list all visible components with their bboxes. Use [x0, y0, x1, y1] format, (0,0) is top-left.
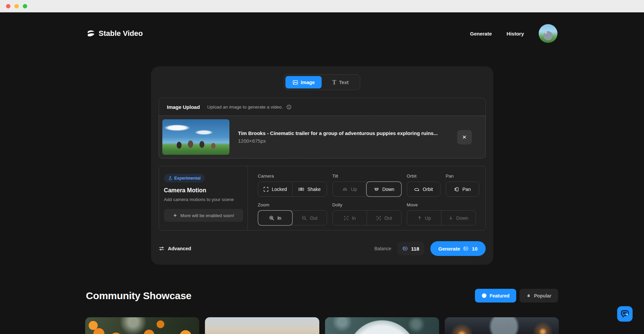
camera-dolly-in-button[interactable]: In — [333, 211, 367, 225]
pan-icon — [454, 187, 460, 192]
camera-group-dolly: DollyInOut — [332, 202, 401, 225]
camera-zoom-out-button[interactable]: Out — [292, 211, 327, 225]
camera-button-label: Locked — [272, 187, 287, 192]
showcase-header: Community Showcase FeaturedPopular — [86, 289, 558, 303]
camera-camera-shake-button[interactable]: Shake — [292, 182, 327, 196]
zoom-window-button[interactable] — [23, 4, 27, 8]
camera-button-label: In — [277, 215, 281, 221]
camera-orbit-orbit-button[interactable]: Orbit — [407, 182, 440, 196]
more-enabled-soon-button[interactable]: More will be enabled soon! — [164, 209, 243, 222]
text-serif-icon: T — [332, 79, 336, 85]
image-icon — [292, 80, 298, 85]
dolly-in-icon — [343, 215, 349, 221]
showcase-card-elephant[interactable] — [205, 317, 319, 334]
tab-image[interactable]: Image — [285, 76, 322, 88]
experimental-badge: Experimental — [164, 174, 205, 183]
generation-panel: ImageTText Image Upload Upload an image … — [151, 66, 493, 265]
filter-label: Featured — [490, 293, 509, 298]
camera-motion-info: Experimental Camera Motion Add camera mo… — [159, 166, 248, 230]
upload-dropzone[interactable]: Tim Brooks - Cinematic trailer for a gro… — [159, 116, 486, 158]
camera-group-label: Pan — [446, 174, 479, 179]
camera-group-orbit: OrbitOrbit — [407, 174, 440, 197]
camera-group-zoom: ZoomInOut — [258, 202, 327, 225]
camera-move-up-button[interactable]: Up — [407, 211, 441, 225]
user-avatar[interactable] — [539, 24, 557, 43]
nav-generate[interactable]: Generate — [470, 31, 492, 37]
arrow-up-icon — [417, 215, 422, 220]
flask-icon — [168, 176, 172, 181]
camera-button-label: In — [352, 215, 356, 221]
camera-motion-title: Camera Motion — [164, 187, 243, 194]
camera-control-row: CameraLockedShakeTiltUpDownOrbitOrbitPan… — [258, 174, 479, 197]
brand-name: Stable Video — [99, 29, 143, 38]
camera-button-label: Out — [310, 215, 318, 221]
camera-tilt-down-button[interactable]: Down — [367, 182, 401, 196]
camera-motion-controls: CameraLockedShakeTiltUpDownOrbitOrbitPan… — [248, 166, 489, 230]
generate-button[interactable]: Generate 10 — [430, 241, 486, 256]
camera-group-label: Dolly — [332, 202, 401, 207]
balance-label: Balance — [374, 246, 391, 251]
camera-button-label: Down — [456, 215, 468, 221]
camera-move-down-button[interactable]: Down — [441, 211, 476, 225]
camera-button-group: UpDown — [407, 210, 476, 225]
camera-button-label: Up — [425, 215, 431, 221]
flame-icon — [526, 293, 531, 298]
arrow-down-icon — [448, 215, 453, 220]
minimize-window-button[interactable] — [14, 4, 19, 8]
zoom-in-icon — [269, 215, 274, 221]
camera-pan-pan-button[interactable]: Pan — [446, 182, 479, 196]
filter-label: Popular — [534, 293, 551, 298]
showcase-card-oranges[interactable] — [85, 317, 199, 334]
feedback-chat-button[interactable] — [617, 306, 633, 322]
sparkle-icon — [173, 213, 177, 218]
experimental-badge-label: Experimental — [174, 176, 201, 181]
camera-zoom-in-button[interactable]: In — [258, 211, 292, 225]
filter-featured-button[interactable]: Featured — [475, 289, 516, 303]
camera-control-row: ZoomInOutDollyInOutMoveUpDown — [258, 202, 479, 225]
showcase-title: Community Showcase — [86, 290, 192, 302]
seal-icon — [482, 293, 487, 298]
header-nav: GenerateHistory — [470, 24, 557, 43]
credits-coin-icon — [463, 246, 469, 251]
filter-popular-button[interactable]: Popular — [520, 289, 558, 303]
camera-button-group: InOut — [332, 210, 401, 225]
tab-label: Text — [339, 80, 349, 85]
balance-badge: 118 — [397, 242, 424, 255]
footer-right: Balance 118 Generate 10 — [374, 241, 486, 256]
close-window-button[interactable] — [6, 4, 10, 8]
nav-history[interactable]: History — [506, 31, 524, 37]
uploaded-image-thumbnail — [162, 119, 229, 155]
brand[interactable]: Stable Video — [87, 29, 143, 38]
camera-dolly-out-button[interactable]: Out — [367, 211, 401, 225]
uploaded-file-meta: Tim Brooks - Cinematic trailer for a gro… — [238, 130, 448, 144]
image-upload-section: Image Upload Upload an image to generate… — [159, 98, 486, 158]
orbit-icon — [414, 187, 420, 192]
chat-heart-icon — [620, 309, 630, 319]
advanced-button[interactable]: Advanced — [159, 246, 191, 251]
camera-group-label: Move — [407, 202, 476, 207]
showcase-cards — [85, 317, 559, 334]
camera-camera-locked-button[interactable]: Locked — [258, 182, 292, 196]
more-enabled-soon-label: More will be enabled soon! — [180, 213, 234, 218]
sliders-icon — [159, 246, 165, 251]
camera-group-move: MoveUpDown — [407, 202, 476, 225]
camera-tilt-up-button[interactable]: Up — [333, 182, 367, 196]
camera-button-label: Orbit — [423, 187, 433, 192]
showcase-card-frost-sphere[interactable] — [325, 317, 439, 334]
camera-motion-section: Experimental Camera Motion Add camera mo… — [159, 166, 486, 230]
camera-group-label: Tilt — [332, 174, 401, 179]
showcase-card-lantern-alley[interactable] — [445, 317, 559, 334]
camera-group-pan: PanPan — [446, 174, 479, 197]
info-icon[interactable] — [286, 105, 291, 110]
credits-coin-icon — [402, 246, 408, 251]
tab-text[interactable]: TText — [322, 76, 359, 88]
camera-button-group: LockedShake — [258, 182, 327, 197]
generate-label: Generate — [438, 246, 460, 252]
camera-group-tilt: TiltUpDown — [332, 174, 401, 197]
site-header: Stable Video GenerateHistory — [87, 24, 557, 43]
camera-button-label: Out — [384, 215, 392, 221]
camera-button-group: InOut — [258, 210, 327, 225]
remove-image-button[interactable]: × — [457, 130, 472, 144]
showcase-filters: FeaturedPopular — [475, 289, 558, 303]
uploaded-file-dimensions: 1200×675px — [238, 138, 448, 144]
